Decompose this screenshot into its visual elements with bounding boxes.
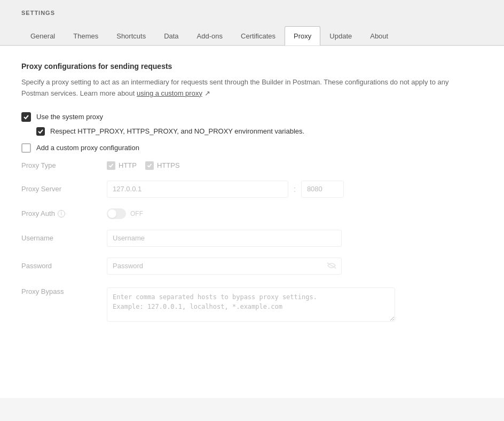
proxy-server-input[interactable]: [107, 181, 288, 198]
colon-separator: :: [288, 185, 301, 193]
https-checkbox[interactable]: [145, 161, 154, 170]
nav-tab-general[interactable]: General: [21, 26, 64, 45]
password-input[interactable]: [107, 258, 342, 275]
proxy-auth-toggle[interactable]: [107, 208, 126, 219]
username-row: Username: [21, 230, 483, 247]
section-description: Specify a proxy setting to act as an int…: [21, 77, 459, 99]
nav-tab-certificates[interactable]: Certificates: [232, 26, 285, 45]
content-area: Proxy configurations for sending request…: [0, 45, 504, 398]
proxy-bypass-textarea[interactable]: [107, 287, 395, 322]
proxy-bypass-row: Proxy Bypass: [21, 285, 483, 322]
respect-env-container: Respect HTTP_PROXY, HTTPS_PROXY, and NO_…: [36, 127, 483, 136]
nav-tab-about[interactable]: About: [361, 26, 397, 45]
proxy-auth-row: Proxy Auth i OFF: [21, 208, 483, 219]
use-system-proxy-checkbox[interactable]: [21, 112, 31, 122]
proxy-auth-label: Proxy Auth: [21, 209, 55, 217]
page-title: SETTINGS: [21, 10, 483, 16]
nav-tab-update[interactable]: Update: [320, 26, 361, 45]
use-system-proxy-row[interactable]: Use the system proxy: [21, 112, 483, 122]
use-system-proxy-label: Use the system proxy: [36, 113, 103, 121]
username-label: Username: [21, 234, 107, 242]
https-checkbox-container[interactable]: HTTPS: [145, 161, 180, 170]
toggle-knob: [108, 209, 116, 218]
nav-tab-themes[interactable]: Themes: [64, 26, 107, 45]
nav-tab-proxy[interactable]: Proxy: [285, 26, 320, 45]
proxy-type-label: Proxy Type: [21, 161, 107, 169]
http-checkbox-container[interactable]: HTTP: [107, 161, 137, 170]
nav-tabs: GeneralThemesShortcutsDataAdd-onsCertifi…: [21, 26, 483, 45]
proxy-auth-label-container: Proxy Auth i: [21, 209, 107, 217]
respect-env-row[interactable]: Respect HTTP_PROXY, HTTPS_PROXY, and NO_…: [36, 127, 483, 136]
nav-tab-shortcuts[interactable]: Shortcuts: [107, 26, 155, 45]
respect-env-checkbox[interactable]: [36, 127, 45, 136]
proxy-server-label: Proxy Server: [21, 185, 107, 193]
custom-proxy-row[interactable]: Add a custom proxy configuration: [21, 143, 483, 153]
proxy-server-row: Proxy Server :: [21, 181, 483, 198]
custom-proxy-label: Add a custom proxy configuration: [36, 144, 139, 152]
section-title: Proxy configurations for sending request…: [21, 62, 483, 71]
password-row: Password: [21, 258, 483, 275]
username-input[interactable]: [107, 230, 342, 247]
desc-text-part1: Specify a proxy setting to act as an int…: [21, 78, 448, 97]
settings-header: SETTINGS GeneralThemesShortcutsDataAdd-o…: [0, 0, 504, 45]
proxy-bypass-label: Proxy Bypass: [21, 287, 107, 295]
password-field-wrap: [107, 258, 342, 275]
respect-env-label: Respect HTTP_PROXY, HTTPS_PROXY, and NO_…: [50, 127, 304, 135]
arrow-icon: ↗: [204, 89, 210, 97]
proxy-type-options: HTTP HTTPS: [107, 161, 180, 170]
proxy-auth-toggle-wrap: OFF: [107, 208, 143, 219]
toggle-off-label: OFF: [130, 210, 143, 217]
proxy-type-row: Proxy Type HTTP HTTP: [21, 161, 483, 170]
custom-proxy-form: Proxy Type HTTP HTTP: [21, 161, 483, 322]
password-label: Password: [21, 262, 107, 270]
http-label: HTTP: [119, 161, 137, 169]
proxy-port-input[interactable]: [301, 181, 344, 198]
custom-proxy-checkbox[interactable]: [21, 143, 31, 153]
http-checkbox[interactable]: [107, 161, 115, 170]
eye-icon[interactable]: [327, 262, 336, 270]
proxy-auth-info-icon[interactable]: i: [58, 210, 65, 217]
https-label: HTTPS: [157, 161, 180, 169]
nav-tab-data[interactable]: Data: [155, 26, 187, 45]
nav-tab-addons[interactable]: Add-ons: [188, 26, 232, 45]
custom-proxy-link[interactable]: using a custom proxy: [137, 89, 202, 97]
